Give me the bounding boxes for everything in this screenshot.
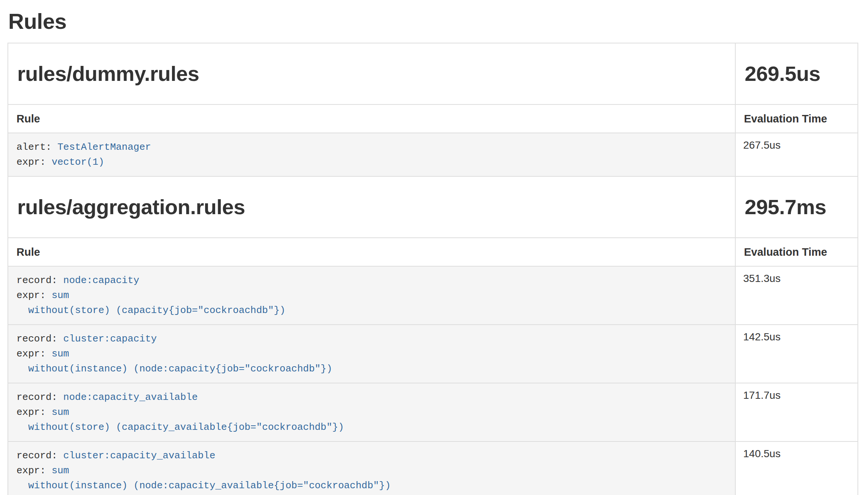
rule-definition-cell: record: node:capacity_available expr: su… xyxy=(8,383,735,441)
code-keyword: record: xyxy=(16,450,63,461)
rule-definition-cell: record: cluster:capacity_available expr:… xyxy=(8,441,735,495)
code-keyword: expr: xyxy=(16,157,52,168)
rule-expr-link[interactable]: sum without(store) (capacity{job="cockro… xyxy=(16,290,286,316)
rule-definition-cell: alert: TestAlertManager expr: vector(1) xyxy=(8,133,735,176)
rule-row: record: cluster:capacity_available expr:… xyxy=(8,441,858,495)
rule-group-eval-cell: 269.5us xyxy=(735,43,858,104)
rule-column-header: Rule xyxy=(8,104,735,133)
code-keyword: record: xyxy=(16,333,63,344)
rule-group-header-row: rules/aggregation.rules295.7ms xyxy=(8,176,858,238)
rule-name-link[interactable]: cluster:capacity_available xyxy=(63,450,216,461)
rule-group-file-cell: rules/dummy.rules xyxy=(8,43,735,104)
rule-definition: record: cluster:capacity_available expr:… xyxy=(16,448,727,493)
rule-definition: record: node:capacity expr: sum without(… xyxy=(16,273,727,318)
rule-definition: alert: TestAlertManager expr: vector(1) xyxy=(16,140,727,170)
rule-group-eval-total: 269.5us xyxy=(745,61,849,87)
code-keyword: expr: xyxy=(16,348,52,359)
rule-group-eval-cell: 295.7ms xyxy=(735,176,858,238)
rule-definition: record: cluster:capacity expr: sum witho… xyxy=(16,331,727,376)
rule-eval-time: 267.5us xyxy=(735,133,858,176)
rule-definition-cell: record: cluster:capacity expr: sum witho… xyxy=(8,325,735,383)
rule-eval-time: 142.5us xyxy=(735,325,858,383)
rule-group-header-row: rules/dummy.rules269.5us xyxy=(8,43,858,104)
code-keyword: expr: xyxy=(16,407,52,418)
rule-row: alert: TestAlertManager expr: vector(1)2… xyxy=(8,133,858,176)
evaluation-time-column-header: Evaluation Time xyxy=(735,104,858,133)
rules-table: rules/dummy.rules269.5usRuleEvaluation T… xyxy=(7,43,858,495)
rule-row: record: node:capacity expr: sum without(… xyxy=(8,266,858,325)
rule-group-file: rules/dummy.rules xyxy=(17,61,726,87)
evaluation-time-column-header: Evaluation Time xyxy=(735,238,858,266)
rule-eval-time: 171.7us xyxy=(735,383,858,441)
page-title: Rules xyxy=(8,9,858,34)
rule-definition-cell: record: node:capacity expr: sum without(… xyxy=(8,266,735,325)
rule-name-link[interactable]: node:capacity_available xyxy=(63,392,198,403)
rule-name-link[interactable]: cluster:capacity xyxy=(63,333,157,344)
rule-group-file-cell: rules/aggregation.rules xyxy=(8,176,735,238)
column-header-row: RuleEvaluation Time xyxy=(8,104,858,133)
rule-definition: record: node:capacity_available expr: su… xyxy=(16,390,727,435)
rule-name-link[interactable]: TestAlertManager xyxy=(57,142,151,153)
rule-eval-time: 140.5us xyxy=(735,441,858,495)
rule-expr-link[interactable]: sum without(store) (capacity_available{j… xyxy=(16,407,344,433)
rules-table-body: rules/dummy.rules269.5usRuleEvaluation T… xyxy=(8,43,858,495)
code-keyword: expr: xyxy=(16,465,52,476)
code-keyword: record: xyxy=(16,275,63,286)
rule-column-header: Rule xyxy=(8,238,735,266)
code-keyword: alert: xyxy=(16,142,57,153)
code-keyword: record: xyxy=(16,392,63,403)
rule-expr-link[interactable]: sum without(instance) (node:capacity{job… xyxy=(16,348,332,374)
rule-eval-time: 351.3us xyxy=(735,266,858,325)
rule-expr-link[interactable]: vector(1) xyxy=(52,157,104,168)
rule-name-link[interactable]: node:capacity xyxy=(63,275,139,286)
rule-group-eval-total: 295.7ms xyxy=(745,194,849,220)
rule-row: record: cluster:capacity expr: sum witho… xyxy=(8,325,858,383)
rule-row: record: node:capacity_available expr: su… xyxy=(8,383,858,441)
rule-expr-link[interactable]: sum without(instance) (node:capacity_ava… xyxy=(16,465,391,491)
rule-group-file: rules/aggregation.rules xyxy=(17,194,726,220)
column-header-row: RuleEvaluation Time xyxy=(8,238,858,266)
code-keyword: expr: xyxy=(16,290,52,301)
